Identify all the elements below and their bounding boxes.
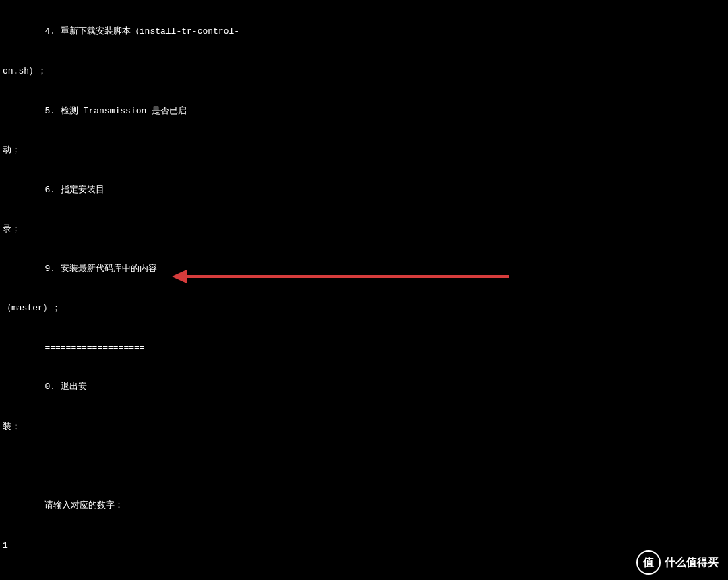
user-input[interactable]: 1 [3, 540, 725, 552]
arrow-head-icon [172, 270, 187, 283]
menu-item-6b: 录； [3, 223, 725, 235]
menu-item-0a: 0. 退出安 [3, 381, 725, 393]
menu-item-5a: 5. 检测 Transmission 是否已启 [3, 105, 725, 117]
watermark-badge-icon: 值 [636, 550, 661, 575]
menu-item-9b: （master）； [3, 302, 725, 314]
menu-item-5b: 动； [3, 144, 725, 156]
watermark-logo: 值 什么值得买 [636, 550, 719, 575]
input-prompt: 请输入对应的数字： [3, 500, 725, 512]
terminal-output: 4. 重新下载安装脚本（install-tr-control- cn.sh）； … [0, 0, 728, 580]
menu-item-6a: 6. 指定安装目 [3, 184, 725, 196]
menu-item-0b: 装； [3, 421, 725, 433]
watermark-text: 什么值得买 [665, 556, 719, 570]
annotation-arrow [172, 268, 509, 279]
menu-item-4a: 4. 重新下载安装脚本（install-tr-control- [3, 26, 725, 38]
arrow-shaft-icon [185, 275, 509, 278]
menu-item-4b: cn.sh）； [3, 65, 725, 78]
menu-divider: =================== [3, 342, 725, 354]
